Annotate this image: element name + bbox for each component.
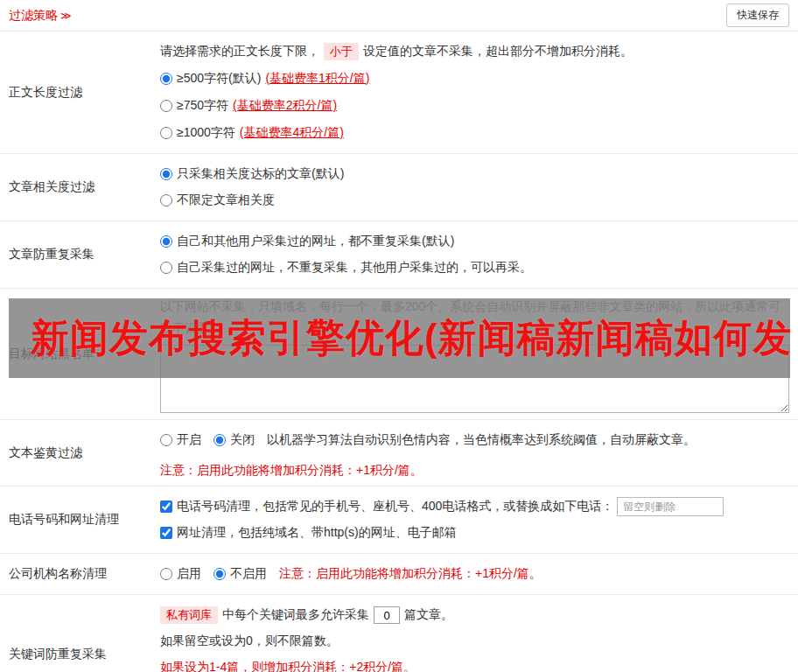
radio-porn-on[interactable] xyxy=(160,434,172,446)
option-relevance-any-text: 不限定文章相关度 xyxy=(177,192,275,208)
option-dedup-self[interactable]: 自己采集过的网址，不重复采集，其他用户采集过的，可以再采。 xyxy=(160,255,789,281)
company-clean-options: 启用 不启用 注意：启用此功能将增加积分消耗：+1积分/篇。 xyxy=(160,561,789,587)
page-title-text: 过滤策略 xyxy=(9,8,58,24)
porn-filter-description: 以机器学习算法自动识别色情内容，当色情概率达到系统阈值，自动屏蔽文章。 xyxy=(267,432,696,448)
row-dedup-collection: 文章防重复采集 自己和其他用户采集过的网址，都不重复采集(默认) 自己采集过的网… xyxy=(0,221,798,289)
option-company-off-text: 不启用 xyxy=(230,566,267,582)
keyword-rule-1-4: 如果设为1-4篇，则增加积分消耗：+2积分/篇。 xyxy=(160,654,789,672)
row-label-dedup: 文章防重复采集 xyxy=(0,221,151,288)
row-site-blacklist: 目标网站黑名单 以下网站不采集，只填域名，每行一个，最多200个。系统会自动识别… xyxy=(0,289,798,420)
radio-length-500[interactable] xyxy=(160,73,172,85)
option-url-clean[interactable]: 网址清理，包括纯域名、带http(s)的网址、电子邮箱 xyxy=(160,520,789,546)
option-porn-off[interactable]: 关闭 xyxy=(214,432,255,448)
site-blacklist-description: 以下网站不采集，只填域名，每行一个，最多200个。系统会自动识别并屏蔽那些非文章… xyxy=(160,296,789,340)
radio-dedup-global[interactable] xyxy=(160,235,172,248)
option-length-1000-text: ≥1000字符 xyxy=(177,125,235,141)
row-content-phone-url: 电话号码清理，包括常见的手机号、座机号、400电话格式，或替换成如下电话： 网址… xyxy=(151,486,798,553)
row-label-phone-url: 电话号码和网址清理 xyxy=(0,486,151,553)
row-body-length-filter: 正文长度过滤 请选择需求的正文长度下限， 小于 设定值的文章不采集，超出部分不增… xyxy=(0,32,798,154)
row-content-dedup: 自己和其他用户采集过的网址，都不重复采集(默认) 自己采集过的网址，不重复采集，… xyxy=(151,221,798,288)
option-company-on-text: 启用 xyxy=(177,566,201,582)
checkbox-url-clean[interactable] xyxy=(160,527,172,539)
row-content-body-length: 请选择需求的正文长度下限， 小于 设定值的文章不采集，超出部分不增加积分消耗。 … xyxy=(151,32,798,153)
row-content-site-blacklist: 以下网站不采集，只填域名，每行一个，最多200个。系统会自动识别并屏蔽那些非文章… xyxy=(151,289,798,419)
row-company-clean: 公司机构名称清理 启用 不启用 注意：启用此功能将增加积分消耗：+1积分/篇。 xyxy=(0,554,798,595)
row-content-keyword-dedup: 私有词库 中每个关键词最多允许采集 篇文章。 如果留空或设为0，则不限篇数。 如… xyxy=(151,595,798,672)
row-content-porn-filter: 开启 关闭 以机器学习算法自动识别色情内容，当色情概率达到系统阈值，自动屏蔽文章… xyxy=(151,420,798,486)
radio-relevance-any[interactable] xyxy=(160,194,172,206)
radio-porn-off[interactable] xyxy=(214,434,226,446)
company-clean-note: 注意：启用此功能将增加积分消耗：+1积分/篇。 xyxy=(279,566,542,582)
row-label-relevance: 文章相关度过滤 xyxy=(0,154,151,220)
keyword-limit-input[interactable] xyxy=(374,606,400,624)
keyword-limit-text: 中每个关键词最多允许采集 xyxy=(222,607,369,623)
radio-length-750[interactable] xyxy=(160,100,172,112)
option-relevance-strict-text: 只采集相关度达标的文章(默认) xyxy=(177,166,344,182)
option-company-off[interactable]: 不启用 xyxy=(214,566,267,582)
radio-relevance-strict[interactable] xyxy=(160,168,172,180)
checkbox-phone-clean[interactable] xyxy=(160,500,172,513)
option-dedup-global[interactable]: 自己和其他用户采集过的网址，都不重复采集(默认) xyxy=(160,228,789,255)
intro-pre-text: 请选择需求的正文长度下限， xyxy=(160,44,319,60)
private-lexicon-tag: 私有词库 xyxy=(160,606,218,624)
porn-filter-note: 注意：启用此功能将增加积分消耗：+1积分/篇。 xyxy=(160,461,789,479)
option-relevance-strict[interactable]: 只采集相关度达标的文章(默认) xyxy=(160,161,789,187)
row-phone-url-clean: 电话号码和网址清理 电话号码清理，包括常见的手机号、座机号、400电话格式，或替… xyxy=(0,486,798,554)
radio-company-on[interactable] xyxy=(160,568,172,580)
option-company-on[interactable]: 启用 xyxy=(160,566,201,582)
row-porn-filter: 文本鉴黄过滤 开启 关闭 以机器学习算法自动识别色情内容，当色情概率达到系统阈值… xyxy=(0,420,798,486)
option-phone-clean[interactable]: 电话号码清理，包括常见的手机号、座机号、400电话格式，或替换成如下电话： xyxy=(160,494,789,520)
replacement-phone-input[interactable] xyxy=(617,497,724,516)
row-label-company-clean: 公司机构名称清理 xyxy=(0,554,151,594)
url-clean-text: 网址清理，包括纯域名、带http(s)的网址、电子邮箱 xyxy=(177,525,457,541)
row-content-company-clean: 启用 不启用 注意：启用此功能将增加积分消耗：+1积分/篇。 xyxy=(151,554,798,594)
fee-link-4-credit[interactable]: (基础费率4积分/篇) xyxy=(240,125,344,141)
row-label-body-length: 正文长度过滤 xyxy=(0,32,151,153)
row-keyword-dedup: 关键词防重复采集 私有词库 中每个关键词最多允许采集 篇文章。 如果留空或设为0… xyxy=(0,595,798,672)
keyword-limit-line: 私有词库 中每个关键词最多允许采集 篇文章。 xyxy=(160,602,789,628)
row-label-site-blacklist: 目标网站黑名单 xyxy=(0,289,151,419)
radio-company-off[interactable] xyxy=(214,568,226,580)
filter-strategy-page: 过滤策略 ≫ 快速保存 正文长度过滤 请选择需求的正文长度下限， 小于 设定值的… xyxy=(0,0,798,672)
option-porn-on-text: 开启 xyxy=(177,432,201,448)
phone-clean-text: 电话号码清理，包括常见的手机号、座机号、400电话格式，或替换成如下电话： xyxy=(177,499,613,514)
keyword-limit-unit-text: 篇文章。 xyxy=(404,607,453,623)
fee-link-1-credit[interactable]: (基础费率1积分/篇) xyxy=(265,71,369,87)
option-porn-on[interactable]: 开启 xyxy=(160,432,201,448)
option-length-750[interactable]: ≥750字符 (基础费率2积分/篇) xyxy=(160,92,789,119)
keyword-rule-zero: 如果留空或设为0，则不限篇数。 xyxy=(160,628,789,654)
row-content-relevance: 只采集相关度达标的文章(默认) 不限定文章相关度 xyxy=(151,154,798,220)
option-length-500-text: ≥500字符(默认) xyxy=(177,71,261,87)
option-relevance-any[interactable]: 不限定文章相关度 xyxy=(160,187,789,214)
row-label-porn-filter: 文本鉴黄过滤 xyxy=(0,420,151,486)
row-relevance-filter: 文章相关度过滤 只采集相关度达标的文章(默认) 不限定文章相关度 xyxy=(0,154,798,221)
option-dedup-self-text: 自己采集过的网址，不重复采集，其他用户采集过的，可以再采。 xyxy=(177,260,532,276)
page-title[interactable]: 过滤策略 ≫ xyxy=(9,8,72,24)
header-bar: 过滤策略 ≫ 快速保存 xyxy=(0,0,798,32)
intro-post-text: 设定值的文章不采集，超出部分不增加积分消耗。 xyxy=(363,44,633,60)
fee-link-2-credit[interactable]: (基础费率2积分/篇) xyxy=(233,98,337,114)
radio-length-1000[interactable] xyxy=(160,127,172,139)
row-label-keyword-dedup: 关键词防重复采集 xyxy=(0,595,151,672)
porn-filter-options: 开启 关闭 以机器学习算法自动识别色情内容，当色情概率达到系统阈值，自动屏蔽文章… xyxy=(160,427,789,453)
body-length-intro: 请选择需求的正文长度下限， 小于 设定值的文章不采集，超出部分不增加积分消耗。 xyxy=(160,38,789,65)
less-than-tag: 小于 xyxy=(324,43,359,60)
option-length-1000[interactable]: ≥1000字符 (基础费率4积分/篇) xyxy=(160,119,789,146)
site-blacklist-textarea[interactable] xyxy=(160,345,789,413)
option-length-750-text: ≥750字符 xyxy=(177,98,228,114)
collapse-icon: ≫ xyxy=(60,10,72,22)
option-porn-off-text: 关闭 xyxy=(230,432,255,448)
quick-save-button[interactable]: 快速保存 xyxy=(726,4,789,27)
radio-dedup-self[interactable] xyxy=(160,262,172,274)
option-dedup-global-text: 自己和其他用户采集过的网址，都不重复采集(默认) xyxy=(177,234,454,249)
option-length-500[interactable]: ≥500字符(默认) (基础费率1积分/篇) xyxy=(160,65,789,92)
